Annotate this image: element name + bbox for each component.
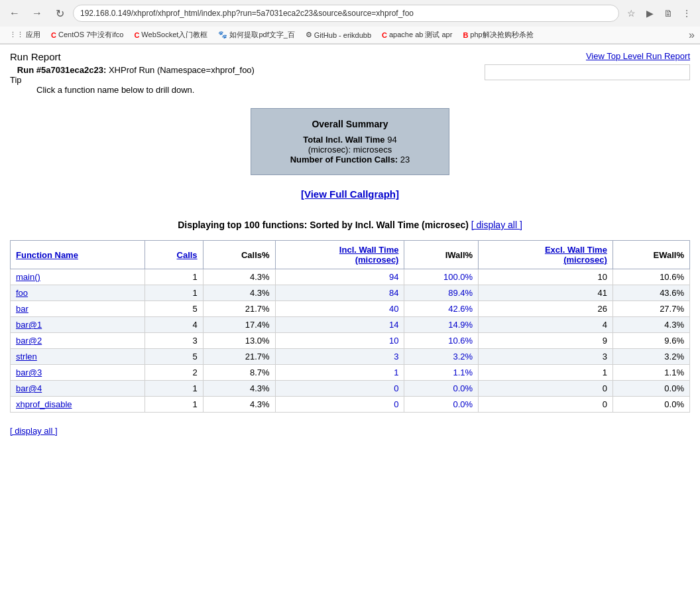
cell-calls: 1	[145, 397, 203, 413]
cell-function-name: bar@3	[11, 365, 145, 381]
cell-calls-pct: 4.3%	[203, 397, 275, 413]
cell-calls: 5	[145, 349, 203, 365]
function-name-link[interactable]: main()	[16, 272, 40, 282]
function-name-link[interactable]: foo	[16, 288, 28, 298]
col-sort-excl-wall-time[interactable]: Excl. Wall Time(microsec)	[545, 245, 607, 265]
run-description: XHProf Run (Namespace=xhprof_foo)	[109, 65, 255, 75]
view-top-level-link[interactable]: View Top Level Run Report	[586, 51, 690, 61]
function-name-link[interactable]: bar@2	[16, 336, 42, 346]
function-name-link[interactable]: bar	[16, 304, 29, 314]
cell-excl-wall-time: 1	[479, 365, 613, 381]
cell-function-name: foo	[11, 285, 145, 301]
address-bar[interactable]	[73, 5, 619, 22]
cell-ewall-pct: 0.0%	[612, 381, 689, 397]
col-header-calls-pct: Calls%	[203, 241, 275, 269]
function-name-link[interactable]: bar@4	[16, 383, 42, 393]
cell-incl-wall-time: 3	[275, 349, 404, 365]
bookmark-centos[interactable]: C CentOS 7中没有ifco	[47, 29, 127, 41]
bookmark-pdf[interactable]: 🐾 如何提取pdf文字_百	[214, 29, 298, 41]
reload-button[interactable]: ↻	[50, 4, 69, 23]
display-all-link-bottom[interactable]: [ display all ]	[10, 426, 58, 436]
pdf-icon[interactable]: 🗎	[660, 5, 676, 21]
forward-button[interactable]: →	[28, 4, 46, 23]
cell-ewall-pct: 43.6%	[612, 285, 689, 301]
bookmark-php[interactable]: B php解决抢购秒杀抢	[459, 29, 537, 41]
bookmark-apache[interactable]: C apache ab 测试 apr	[378, 29, 456, 41]
cell-excl-wall-time: 9	[479, 333, 613, 349]
table-row: bar@414.3%00.0%00.0%	[11, 381, 690, 397]
data-table: Function Name Calls Calls% Incl. Wall Ti…	[10, 240, 690, 413]
bookmark-websocket-label: WebSocket入门教框	[141, 30, 207, 40]
cell-function-name: bar@2	[11, 333, 145, 349]
bookmarks-more-icon[interactable]: »	[689, 29, 695, 41]
search-input[interactable]	[485, 64, 690, 80]
callgraph-link[interactable]: [View Full Callgraph]	[301, 188, 399, 200]
cell-calls-pct: 17.4%	[203, 317, 275, 333]
back-button[interactable]: ←	[5, 4, 24, 23]
col-sort-incl-wall-time[interactable]: Incl. Wall Time(microsec)	[339, 245, 399, 265]
cell-calls: 4	[145, 317, 203, 333]
function-name-link[interactable]: bar@3	[16, 367, 42, 377]
cell-calls-pct: 8.7%	[203, 365, 275, 381]
menu-icon[interactable]: ⋮	[679, 5, 695, 21]
summary-func-calls-value: 23	[400, 155, 410, 165]
table-row: bar@1417.4%1414.9%44.3%	[11, 317, 690, 333]
cell-function-name: xhprof_disable	[11, 397, 145, 413]
summary-wall-time-row: Total Incl. Wall Time 94 (microsec): mic…	[278, 135, 422, 155]
cell-calls-pct: 13.0%	[203, 333, 275, 349]
cell-calls-pct: 21.7%	[203, 301, 275, 317]
cell-calls: 1	[145, 285, 203, 301]
cell-function-name: bar	[11, 301, 145, 317]
cell-calls-pct: 4.3%	[203, 381, 275, 397]
cell-ewall-pct: 9.6%	[612, 333, 689, 349]
table-row: strlen521.7%33.2%33.2%	[11, 349, 690, 365]
cell-iwall-pct: 3.2%	[404, 349, 479, 365]
bookmark-github-label: GitHub - erikdubb	[314, 31, 371, 39]
col-header-incl-wall-time: Incl. Wall Time(microsec)	[275, 241, 404, 269]
cell-iwall-pct: 14.9%	[404, 317, 479, 333]
tip-text: Click a function name below to drill dow…	[36, 85, 194, 95]
summary-func-calls-row: Number of Function Calls: 23	[278, 155, 422, 165]
tip-label: Tip	[10, 75, 22, 85]
callgraph-container: [View Full Callgraph]	[10, 188, 690, 200]
cell-function-name: bar@4	[11, 381, 145, 397]
cell-iwall-pct: 100.0%	[404, 269, 479, 285]
bottom-display-section: [ display all ]	[10, 426, 690, 436]
bookmark-websocket[interactable]: C WebSocket入门教框	[130, 29, 211, 41]
bookmark-github[interactable]: ⚙ GitHub - erikdubb	[302, 29, 375, 40]
cell-calls: 2	[145, 365, 203, 381]
cell-incl-wall-time: 0	[275, 397, 404, 413]
summary-box: Overall Summary Total Incl. Wall Time 94…	[251, 108, 449, 175]
summary-wall-time-unit2: microsecs	[353, 145, 392, 155]
cell-calls-pct: 4.3%	[203, 285, 275, 301]
page-content: Run Report Run #5a7031eca2c23: XHProf Ru…	[0, 44, 700, 597]
summary-container: Overall Summary Total Incl. Wall Time 94…	[10, 108, 690, 175]
col-header-excl-wall-time: Excl. Wall Time(microsec)	[479, 241, 613, 269]
top-right-panel: View Top Level Run Report	[485, 51, 690, 80]
cell-iwall-pct: 89.4%	[404, 285, 479, 301]
col-sort-calls[interactable]: Calls	[177, 250, 198, 260]
cell-ewall-pct: 4.3%	[612, 317, 689, 333]
table-body: main()14.3%94100.0%1010.6%foo14.3%8489.4…	[11, 269, 690, 413]
cell-ewall-pct: 10.6%	[612, 269, 689, 285]
col-header-function-name: Function Name	[11, 241, 145, 269]
summary-func-calls-label: Number of Function Calls:	[290, 155, 398, 165]
function-name-link[interactable]: bar@1	[16, 320, 42, 330]
cast-icon[interactable]: ▶	[642, 5, 658, 21]
function-name-link[interactable]: strlen	[16, 352, 37, 362]
cell-calls: 3	[145, 333, 203, 349]
function-name-link[interactable]: xhprof_disable	[16, 399, 72, 409]
summary-title: Overall Summary	[278, 119, 422, 129]
display-all-link-top[interactable]: [ display all ]	[471, 220, 522, 230]
table-row: bar@328.7%11.1%11.1%	[11, 365, 690, 381]
bookmark-apache-label: apache ab 测试 apr	[389, 30, 452, 40]
table-row: bar@2313.0%1010.6%99.6%	[11, 333, 690, 349]
bookmark-star-icon[interactable]: ☆	[623, 5, 639, 21]
display-info-text: Displaying top 100 functions: Sorted by …	[178, 220, 469, 230]
bookmark-apps[interactable]: ⋮⋮ 应用	[5, 29, 44, 41]
cell-excl-wall-time: 0	[479, 397, 613, 413]
cell-calls: 1	[145, 381, 203, 397]
cell-excl-wall-time: 41	[479, 285, 613, 301]
cell-ewall-pct: 27.7%	[612, 301, 689, 317]
col-sort-function-name[interactable]: Function Name	[16, 250, 78, 260]
